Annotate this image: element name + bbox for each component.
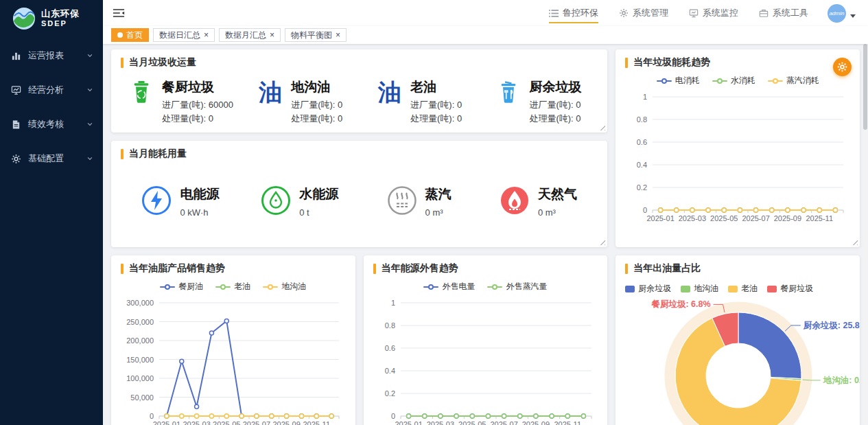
energy-name: 电能源 [180, 185, 219, 203]
waste-name: 地沟油 [291, 78, 342, 96]
user-menu[interactable]: admin [828, 4, 856, 23]
svg-text:0.4: 0.4 [384, 367, 395, 375]
legend-item[interactable]: 餐厨垃圾 [767, 283, 813, 295]
legend-item[interactable]: 厨余垃圾 [625, 283, 671, 295]
legend-item[interactable]: 地沟油 [681, 283, 718, 295]
svg-text:1: 1 [391, 299, 395, 307]
close-icon[interactable]: × [336, 31, 340, 39]
tab-label: 物料平衡图 [291, 30, 332, 41]
brand-name-en: SDEP [41, 19, 80, 28]
svg-text:0.2: 0.2 [384, 389, 395, 398]
card-title: 当年油脂产品销售趋势 [129, 262, 225, 275]
chart-settings-button[interactable] [833, 58, 852, 76]
document-icon [11, 119, 21, 130]
legend-marker [160, 286, 175, 288]
waste-name: 老油 [410, 78, 462, 96]
title-accent-bar [625, 58, 628, 68]
garbage-energy-trend-chart: 00.20.40.60.812025-012025-032025-052025-… [625, 89, 853, 229]
tab-material-balance[interactable]: 物料平衡图 × [285, 28, 347, 42]
proc-value: 0 [338, 113, 342, 124]
legend-swatch [767, 286, 777, 292]
tab-data-monthly-summary[interactable]: 数据月汇总 × [219, 28, 281, 42]
energy-items-row: 电能源 0 kW·h 水能源 0 t [121, 163, 598, 240]
energy-name: 蒸汽 [425, 185, 451, 203]
legend-label: 蒸汽消耗 [786, 75, 819, 87]
sidebar-item-label: 绩效考核 [28, 118, 80, 130]
card-oil-output-share: 当年出油量占比 厨余垃圾地沟油老油餐厨垃圾 厨余垃圾: 25.8...地沟油: … [615, 255, 860, 425]
svg-text:2025-07: 2025-07 [490, 420, 517, 425]
sidebar-item-business-analysis[interactable]: 经营分析 [0, 73, 103, 107]
logo-icon [12, 7, 36, 30]
legend-item[interactable]: 地沟油 [263, 281, 306, 292]
legend-item[interactable]: 水消耗 [712, 75, 755, 87]
legend-item[interactable]: 餐厨油 [160, 281, 203, 292]
sidebar-item-base-config[interactable]: 基础配置 [0, 141, 103, 176]
hamburger-collapse-icon [113, 8, 125, 19]
energy-item-natural-gas: 天然气 0 m³ [478, 185, 598, 218]
legend-item[interactable]: 蒸汽消耗 [768, 75, 819, 87]
tab-home[interactable]: 首页 [111, 28, 149, 42]
legend-marker [215, 286, 231, 288]
legend-item[interactable]: 老油 [215, 281, 250, 292]
sidebar-item-operations-report[interactable]: 运营报表 [0, 38, 103, 73]
nav-system-management[interactable]: 系统管理 [619, 0, 668, 26]
legend-marker [768, 80, 783, 82]
nav-system-tools[interactable]: 系统工具 [759, 0, 808, 26]
energy-item-steam: 蒸汽 0 m³ [360, 185, 479, 218]
steam-icon [387, 185, 417, 218]
chart-legend: 电消耗水消耗蒸汽消耗 [625, 75, 850, 87]
card-waste-collection: 当月垃圾收运量 [111, 49, 607, 133]
sidebar-item-performance-review[interactable]: 绩效考核 [0, 107, 103, 141]
close-icon[interactable]: × [270, 31, 274, 39]
tab-active-dot [117, 32, 123, 38]
legend-item[interactable]: 老油 [728, 283, 758, 295]
vertical-scrollbar[interactable] [863, 44, 867, 425]
title-accent-bar [121, 264, 124, 274]
chevron-down-icon [86, 121, 93, 128]
legend-swatch [728, 286, 738, 292]
legend-item[interactable]: 外售蒸汽量 [487, 281, 547, 292]
monitor-icon [689, 8, 699, 18]
resize-handle[interactable] [599, 124, 605, 130]
nav-label: 系统管理 [633, 7, 668, 19]
svg-text:2025-05: 2025-05 [710, 214, 738, 222]
nav-label: 系统工具 [773, 7, 808, 19]
proc-label: 处理量(吨): [529, 113, 573, 124]
resize-handle[interactable] [599, 239, 605, 245]
in-label: 进厂量(吨): [529, 100, 573, 110]
legend-item[interactable]: 外售电量 [423, 281, 475, 292]
nav-luko-env[interactable]: 鲁控环保 [549, 0, 598, 26]
title-accent-bar [121, 58, 124, 68]
svg-text:2025-05: 2025-05 [213, 420, 240, 425]
legend-label: 地沟油 [281, 281, 306, 292]
in-label: 进厂量(吨): [410, 100, 454, 110]
waste-name: 餐厨垃圾 [162, 78, 233, 96]
avatar[interactable]: admin [828, 4, 846, 23]
sidebar-item-label: 基础配置 [28, 152, 80, 165]
svg-text:0: 0 [643, 206, 647, 214]
caret-down-icon [850, 14, 856, 18]
svg-text:0: 0 [150, 412, 154, 420]
resize-handle[interactable] [852, 239, 858, 245]
legend-item[interactable]: 电消耗 [657, 75, 700, 87]
chevron-down-icon [86, 87, 93, 93]
scrollbar-thumb[interactable] [863, 44, 867, 130]
card-energy-usage: 当月能耗用量 电能源 0 kW·h [111, 141, 607, 247]
chevron-down-icon [86, 155, 93, 162]
trash-green-icon [128, 78, 155, 126]
tab-data-daily-summary[interactable]: 数据日汇总 × [153, 28, 215, 42]
legend-label: 外售电量 [442, 281, 475, 292]
collapse-sidebar-button[interactable] [113, 8, 125, 19]
legend-label: 外售蒸汽量 [506, 281, 547, 292]
pie-slice[interactable] [738, 312, 801, 379]
close-icon[interactable]: × [204, 31, 209, 39]
svg-text:2025-03: 2025-03 [426, 420, 454, 425]
svg-text:1: 1 [643, 93, 647, 101]
chart-legend: 厨余垃圾地沟油老油餐厨垃圾 [625, 283, 850, 295]
svg-text:2025-11: 2025-11 [554, 420, 581, 425]
svg-text:0.2: 0.2 [637, 183, 647, 192]
oil-output-share-donut-chart: 厨余垃圾: 25.8...地沟油: 0....老油: 66.93%餐厨垃圾: 6… [625, 299, 852, 425]
oil-char-icon: 油 [257, 78, 284, 126]
svg-text:100,000: 100,000 [126, 374, 154, 382]
nav-system-monitor[interactable]: 系统监控 [689, 0, 738, 26]
